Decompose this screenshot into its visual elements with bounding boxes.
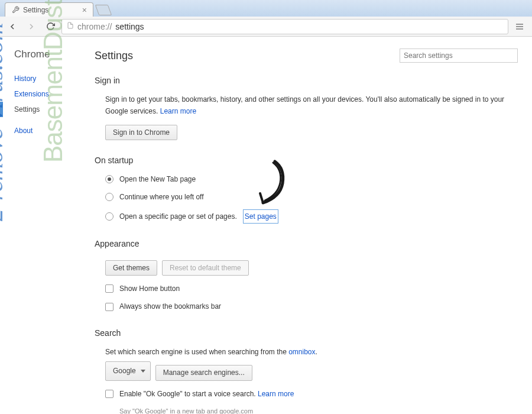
radio-icon — [105, 175, 113, 183]
address-bar[interactable]: chrome://settings — [61, 19, 508, 34]
toolbar: chrome://settings — [0, 17, 532, 37]
reload-button[interactable] — [43, 19, 58, 34]
section-title-signin: Sign in — [95, 76, 518, 85]
search-engine-dropdown[interactable]: Google — [105, 361, 151, 380]
sidebar-item-history[interactable]: History — [14, 71, 89, 86]
browser-tab[interactable]: Settings × — [5, 2, 93, 17]
manage-search-engines-button[interactable]: Manage search engines... — [155, 365, 252, 380]
tab-title: Settings — [23, 6, 48, 14]
show-bookmarks-checkbox-row[interactable]: Always show the bookmarks bar — [105, 300, 518, 312]
ok-google-hint: Say "Ok Google" in a new tab and google.… — [105, 406, 518, 414]
checkbox-icon — [105, 284, 113, 293]
startup-option-label: Continue where you left off — [119, 191, 204, 203]
sidebar-item-settings[interactable]: Settings — [14, 102, 89, 117]
sidebar-item-extensions[interactable]: Extensions — [14, 86, 89, 102]
radio-icon — [105, 193, 113, 201]
ok-google-checkbox-row[interactable]: Enable "Ok Google" to start a voice sear… — [105, 388, 518, 400]
dropdown-value: Google — [113, 365, 136, 377]
signin-learn-more-link[interactable]: Learn more — [160, 107, 196, 115]
content-area: Chrome History Extensions Settings About… — [0, 37, 532, 414]
sidebar-title: Chrome — [14, 48, 89, 60]
checkbox-label: Always show the bookmarks bar — [119, 300, 221, 312]
url-path: settings — [115, 22, 144, 31]
startup-option-specific[interactable]: Open a specific page or set of pages. Se… — [105, 209, 518, 224]
section-title-startup: On startup — [95, 156, 518, 165]
caret-down-icon — [141, 370, 145, 373]
checkbox-icon — [105, 390, 113, 398]
startup-option-continue[interactable]: Continue where you left off — [105, 191, 518, 203]
section-title-search: Search — [95, 328, 518, 338]
get-themes-button[interactable]: Get themes — [105, 260, 157, 276]
omnibox-link[interactable]: omnibox — [288, 348, 315, 356]
section-title-appearance: Appearance — [95, 239, 518, 248]
radio-icon — [105, 212, 113, 221]
reset-theme-button[interactable]: Reset to default theme — [162, 260, 249, 276]
new-tab-button[interactable] — [95, 5, 112, 15]
checkbox-label: Enable "Ok Google" to start a voice sear… — [119, 390, 258, 398]
ok-google-learn-more-link[interactable]: Learn more — [258, 390, 294, 398]
startup-option-label: Open the New Tab page — [119, 173, 196, 185]
page-icon — [67, 21, 74, 31]
set-pages-link[interactable]: Set pages — [243, 209, 278, 224]
section-search: Search Set which search engine is used w… — [95, 328, 518, 414]
section-signin: Sign in Sign in to get your tabs, bookma… — [95, 76, 518, 140]
page-title: Settings — [95, 50, 133, 62]
startup-option-label: Open a specific page or set of pages. — [119, 211, 237, 222]
section-appearance: Appearance Get themes Reset to default t… — [95, 239, 518, 313]
main-panel: Settings Sign in Sign in to get your tab… — [89, 37, 532, 414]
close-icon[interactable]: × — [82, 5, 87, 15]
wrench-icon — [11, 6, 20, 14]
menu-icon[interactable] — [512, 19, 527, 34]
main-header: Settings — [95, 48, 518, 63]
sidebar-item-about[interactable]: About — [14, 123, 89, 138]
section-startup: On startup Open the New Tab page Continu… — [95, 156, 518, 224]
checkbox-label: Show Home button — [119, 283, 180, 295]
show-home-checkbox-row[interactable]: Show Home button — [105, 283, 518, 295]
signin-button[interactable]: Sign in to Chrome — [105, 125, 177, 140]
startup-option-newtab[interactable]: Open the New Tab page — [105, 173, 518, 185]
search-body-text: Set which search engine is used when sea… — [105, 348, 288, 356]
tab-bar: Settings × — [0, 0, 532, 17]
checkbox-icon — [105, 303, 113, 311]
sidebar: Chrome History Extensions Settings About — [0, 37, 89, 414]
back-button[interactable] — [5, 19, 20, 34]
forward-button[interactable] — [24, 19, 39, 34]
url-scheme: chrome:// — [77, 22, 112, 31]
search-settings-input[interactable] — [400, 48, 518, 63]
